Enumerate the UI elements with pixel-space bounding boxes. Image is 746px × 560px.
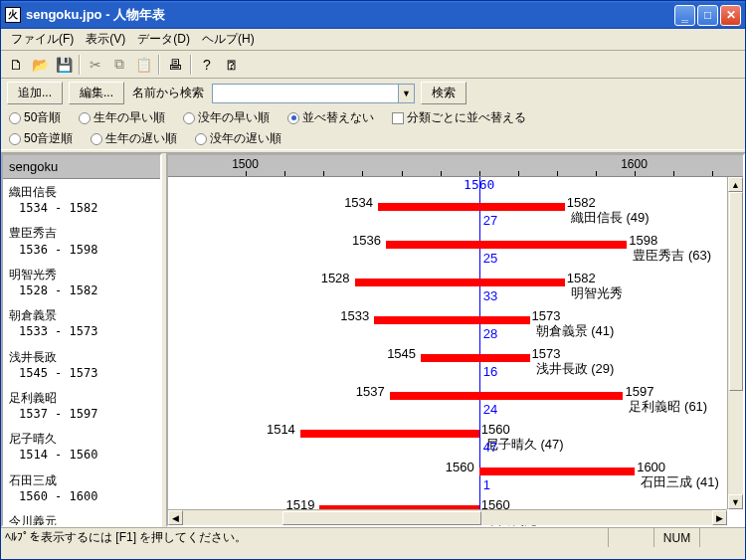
maximize-button[interactable]: □ (697, 5, 718, 26)
statusbar: ﾍﾙﾌﾟを表示するには [F1] を押してください。 NUM (1, 527, 745, 547)
ruler-tick: 1600 (621, 157, 648, 171)
list-item[interactable]: 浅井長政1545 - 1573 (9, 346, 154, 387)
list-item[interactable]: 豊臣秀吉1536 - 1598 (9, 222, 154, 263)
lifespan-bar (378, 203, 565, 211)
timeline-body[interactable]: 156015341582織田信長 (49)2715361598豊臣秀吉 (63)… (168, 177, 727, 509)
menu-data[interactable]: データ(D) (131, 29, 196, 50)
birth-year-label: 1514 (267, 422, 295, 437)
separator (79, 55, 81, 75)
death-year-label: 1600 (637, 460, 665, 474)
list-item[interactable]: 石田三成1560 - 1600 (9, 469, 154, 510)
copy-icon[interactable]: ⧉ (108, 54, 130, 76)
menubar: ファイル(F) 表示(V) データ(D) ヘルプ(H) (1, 29, 745, 51)
sort-row-1: 50音順 生年の早い順 没年の早い順 並べ替えない 分類ごとに並べ替える (1, 107, 745, 128)
chevron-down-icon[interactable]: ▼ (398, 85, 414, 102)
person-name-label: 足利義昭 (61) (629, 398, 707, 416)
sort-50on-rev[interactable]: 50音逆順 (9, 130, 73, 147)
scroll-left-icon[interactable]: ◀ (168, 510, 183, 525)
status-pane (608, 528, 653, 547)
control-row: 追加... 編集... 名前から検索 ▼ 検索 (1, 79, 745, 107)
list-item[interactable]: 尼子晴久1514 - 1560 (9, 428, 154, 468)
person-name-label: 朝倉義景 (41) (536, 322, 615, 340)
sort-death-asc[interactable]: 没年の早い順 (183, 109, 270, 126)
menu-view[interactable]: 表示(V) (80, 29, 131, 50)
person-name-label: 浅井長政 (29) (536, 360, 615, 378)
sort-birth-desc[interactable]: 生年の遅い順 (91, 130, 177, 147)
current-year-line (479, 177, 480, 509)
scroll-thumb-h[interactable] (282, 511, 481, 525)
add-button[interactable]: 追加... (7, 82, 63, 104)
list-item[interactable]: 足利義昭1537 - 1597 (9, 387, 154, 428)
death-year-label: 1573 (532, 308, 561, 323)
current-age-label: 1 (483, 477, 490, 492)
current-age-label: 24 (483, 402, 497, 417)
person-name-label: 石田三成 (41) (641, 473, 719, 491)
death-year-label: 1582 (567, 271, 596, 285)
vertical-scrollbar[interactable]: ▲ ▼ (727, 177, 743, 509)
context-help-icon[interactable]: ⍰ (220, 54, 242, 76)
list-item[interactable]: 明智光秀1528 - 1582 (9, 264, 154, 304)
lifespan-bar (374, 316, 529, 324)
menu-help[interactable]: ヘルプ(H) (196, 29, 261, 50)
lifespan-bar (390, 392, 624, 400)
search-button[interactable]: 検索 (421, 82, 466, 104)
app-icon: 火 (5, 7, 21, 23)
lifespan-bar (386, 241, 627, 249)
death-year-label: 1598 (629, 233, 657, 248)
death-year-label: 1582 (567, 195, 596, 210)
scroll-thumb-v[interactable] (729, 192, 743, 391)
search-label: 名前から検索 (130, 85, 206, 101)
current-age-label: 33 (483, 288, 497, 303)
menu-file[interactable]: ファイル(F) (5, 29, 80, 50)
cut-icon[interactable]: ✂ (85, 54, 106, 76)
status-num: NUM (653, 528, 699, 547)
about-icon[interactable]: ? (196, 54, 218, 76)
sort-grouped[interactable]: 分類ごとに並べ替える (392, 109, 526, 126)
list-item[interactable]: 織田信長1534 - 1582 (9, 181, 154, 222)
scroll-right-icon[interactable]: ▶ (712, 510, 727, 525)
person-name-label: 織田信長 (49) (571, 209, 650, 227)
sort-50on[interactable]: 50音順 (9, 109, 61, 126)
paste-icon[interactable]: 📋 (132, 54, 154, 76)
window-title: sengoku.jpo - 人物年表 (26, 6, 674, 24)
person-name-label: 豊臣秀吉 (63) (633, 247, 711, 265)
scroll-down-icon[interactable]: ▼ (728, 494, 743, 509)
current-year-label: 1560 (464, 177, 494, 192)
minimize-button[interactable]: ‗ (674, 5, 695, 26)
sort-none[interactable]: 並べ替えない (287, 109, 374, 126)
open-icon[interactable]: 📂 (29, 54, 51, 76)
list-item[interactable]: 朝倉義景1533 - 1573 (9, 304, 154, 345)
current-age-label: 25 (483, 251, 497, 266)
death-year-label: 1597 (625, 384, 653, 399)
search-combobox[interactable]: ▼ (212, 84, 415, 103)
current-age-label: 16 (483, 364, 497, 379)
list-item[interactable]: 今川義元1519 - 1560 (9, 510, 154, 525)
timeline-pane: 15001600 156015341582織田信長 (49)2715361598… (166, 153, 745, 527)
sidebar: sengoku 織田信長1534 - 1582豊臣秀吉1536 - 1598明智… (1, 153, 162, 527)
sort-birth-asc[interactable]: 生年の早い順 (79, 109, 165, 126)
new-icon[interactable]: 🗋 (5, 54, 27, 76)
current-age-label: 47 (483, 440, 497, 455)
titlebar: 火 sengoku.jpo - 人物年表 ‗ □ ✕ (1, 1, 745, 29)
birth-year-label: 1534 (344, 195, 373, 210)
lifespan-bar (300, 430, 479, 438)
lifespan-bar (421, 354, 529, 362)
sidebar-title: sengoku (3, 155, 160, 179)
horizontal-scrollbar[interactable]: ◀ ▶ (168, 509, 727, 525)
print-icon[interactable]: 🖶 (164, 54, 186, 76)
edit-button[interactable]: 編集... (69, 82, 124, 104)
scroll-up-icon[interactable]: ▲ (728, 177, 743, 192)
save-icon[interactable]: 💾 (53, 54, 75, 76)
status-message: ﾍﾙﾌﾟを表示するには [F1] を押してください。 (1, 529, 608, 546)
search-input[interactable] (213, 87, 398, 100)
death-year-label: 1560 (481, 422, 510, 437)
birth-year-label: 1537 (356, 384, 385, 399)
person-list[interactable]: 織田信長1534 - 1582豊臣秀吉1536 - 1598明智光秀1528 -… (3, 179, 160, 525)
death-year-label: 1573 (532, 346, 561, 361)
sort-death-desc[interactable]: 没年の遅い順 (195, 130, 281, 147)
ruler-tick: 1500 (232, 157, 259, 171)
birth-year-label: 1545 (387, 346, 416, 361)
current-age-label: 28 (483, 326, 497, 341)
separator (158, 55, 160, 75)
close-button[interactable]: ✕ (720, 5, 741, 26)
